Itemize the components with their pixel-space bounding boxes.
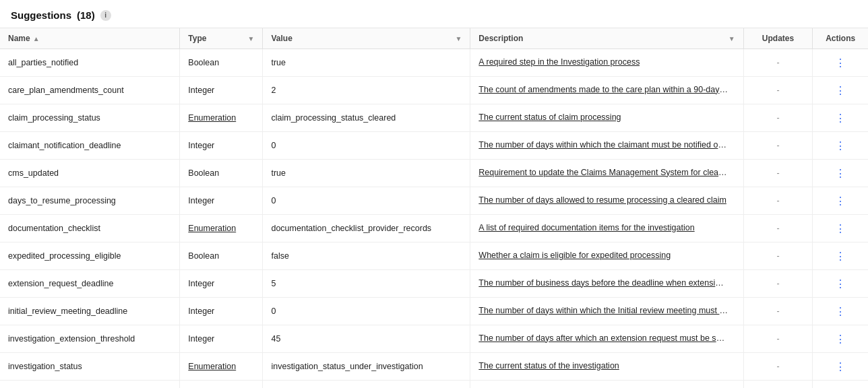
table-row: extension_request_deadlineInteger5The nu…: [0, 270, 868, 298]
cell-value: true: [263, 381, 470, 389]
table-row: investigation_statusEnumerationinvestiga…: [0, 353, 868, 381]
cell-actions: ⋮: [813, 215, 868, 243]
cell-actions: ⋮: [813, 243, 868, 270]
cell-type: Boolean: [180, 381, 263, 389]
cell-value: false: [263, 243, 470, 270]
col-header-name[interactable]: Name ▲: [0, 28, 180, 49]
cell-name: documentation_checklist: [0, 215, 180, 243]
cell-updates: -: [743, 353, 813, 381]
cell-type: Enumeration: [180, 353, 263, 381]
table-row: documentation_checklistEnumerationdocume…: [0, 215, 868, 243]
row-actions-button[interactable]: ⋮: [832, 137, 848, 154]
table-row: care_plan_amendments_countInteger2The co…: [0, 77, 868, 104]
table-row: initial_review_meeting_deadlineInteger0T…: [0, 298, 868, 325]
row-actions-button[interactable]: ⋮: [832, 110, 848, 126]
row-actions-button[interactable]: ⋮: [832, 55, 848, 71]
cell-type: Enumeration: [180, 104, 263, 132]
col-header-value[interactable]: Value ▼: [263, 28, 470, 49]
table-row: claim_processing_statusEnumerationclaim_…: [0, 104, 868, 132]
table-row: investigation_steps_documentedBooleantru…: [0, 381, 868, 389]
cell-value: 45: [263, 325, 470, 353]
cell-updates: -: [743, 325, 813, 353]
cell-name: initial_review_meeting_deadline: [0, 298, 180, 325]
cell-updates: -: [743, 187, 813, 215]
header-row: Name ▲ Type ▼ Value ▼: [0, 28, 868, 49]
cell-actions: ⋮: [813, 104, 868, 132]
table-body: all_parties_notifiedBooleantrueA require…: [0, 49, 868, 389]
cell-value: 0: [263, 132, 470, 160]
col-name-label: Name: [8, 34, 30, 43]
cell-value: true: [263, 49, 470, 77]
row-actions-button[interactable]: ⋮: [832, 193, 848, 209]
cell-name: extension_request_deadline: [0, 270, 180, 298]
cell-updates: -: [743, 49, 813, 77]
row-actions-button[interactable]: ⋮: [832, 276, 848, 292]
cell-type: Boolean: [180, 160, 263, 187]
cell-updates: -: [743, 77, 813, 104]
table-row: cms_updatedBooleantrueRequirement to upd…: [0, 160, 868, 187]
col-header-type[interactable]: Type ▼: [180, 28, 263, 49]
row-actions-button[interactable]: ⋮: [832, 220, 848, 236]
cell-updates: -: [743, 160, 813, 187]
col-header-description[interactable]: Description ▼: [470, 28, 743, 49]
cell-value: 2: [263, 77, 470, 104]
type-filter-icon: ▼: [248, 35, 255, 42]
cell-actions: ⋮: [813, 270, 868, 298]
cell-name: all_parties_notified: [0, 49, 180, 77]
row-actions-button[interactable]: ⋮: [832, 165, 848, 181]
table-row: investigation_extension_thresholdInteger…: [0, 325, 868, 353]
row-actions-button[interactable]: ⋮: [832, 358, 848, 375]
cell-updates: -: [743, 381, 813, 389]
cell-description: The number of business days before the d…: [470, 270, 743, 298]
cell-value: documentation_checklist_provider_records: [263, 215, 470, 243]
cell-value: investigation_status_under_investigation: [263, 353, 470, 381]
table-title: Suggestions: [11, 9, 71, 21]
col-type-label: Type: [188, 34, 206, 43]
cell-description: A list of required documentation items f…: [470, 215, 743, 243]
row-actions-button[interactable]: ⋮: [832, 303, 848, 319]
col-updates-label: Updates: [762, 34, 794, 43]
row-actions-button[interactable]: ⋮: [832, 248, 848, 264]
cell-actions: ⋮: [813, 381, 868, 389]
desc-filter-icon: ▼: [728, 35, 735, 42]
cell-name: investigation_extension_threshold: [0, 325, 180, 353]
table-row: claimant_notification_deadlineInteger0Th…: [0, 132, 868, 160]
cell-name: expedited_processing_eligible: [0, 243, 180, 270]
table-count: (18): [77, 9, 95, 21]
cell-value: true: [263, 160, 470, 187]
cell-name: claimant_notification_deadline: [0, 132, 180, 160]
table-header: Suggestions (18) i: [0, 0, 868, 28]
cell-actions: ⋮: [813, 325, 868, 353]
cell-description: Whether a claim is eligible for expedite…: [470, 243, 743, 270]
cell-description: A required step in the Investigation pro…: [470, 49, 743, 77]
cell-description: Requirement to update the Claims Managem…: [470, 160, 743, 187]
cell-actions: ⋮: [813, 187, 868, 215]
cell-value: 0: [263, 187, 470, 215]
cell-actions: ⋮: [813, 160, 868, 187]
cell-actions: ⋮: [813, 49, 868, 77]
cell-type: Integer: [180, 77, 263, 104]
cell-type: Boolean: [180, 49, 263, 77]
cell-updates: -: [743, 104, 813, 132]
col-value-label: Value: [271, 34, 292, 43]
cell-updates: -: [743, 298, 813, 325]
cell-description: The current status of the investigation: [470, 353, 743, 381]
cell-type: Integer: [180, 325, 263, 353]
cell-name: claim_processing_status: [0, 104, 180, 132]
cell-description: The number of days within which the Init…: [470, 298, 743, 325]
cell-description: Requirement to document all investigatio…: [470, 381, 743, 389]
row-actions-button[interactable]: ⋮: [832, 331, 848, 347]
name-sort-icon: ▲: [33, 35, 40, 42]
row-actions-button[interactable]: ⋮: [832, 82, 848, 98]
cell-name: care_plan_amendments_count: [0, 77, 180, 104]
col-header-updates: Updates: [743, 28, 813, 49]
cell-value: 5: [263, 270, 470, 298]
col-header-actions: Actions: [813, 28, 868, 49]
table-row: all_parties_notifiedBooleantrueA require…: [0, 49, 868, 77]
cell-name: investigation_status: [0, 353, 180, 381]
info-badge[interactable]: i: [100, 10, 111, 21]
cell-updates: -: [743, 270, 813, 298]
cell-actions: ⋮: [813, 353, 868, 381]
page-container: Suggestions (18) i Name ▲ Type ▼: [0, 0, 868, 388]
suggestions-table: Name ▲ Type ▼ Value ▼: [0, 28, 868, 388]
